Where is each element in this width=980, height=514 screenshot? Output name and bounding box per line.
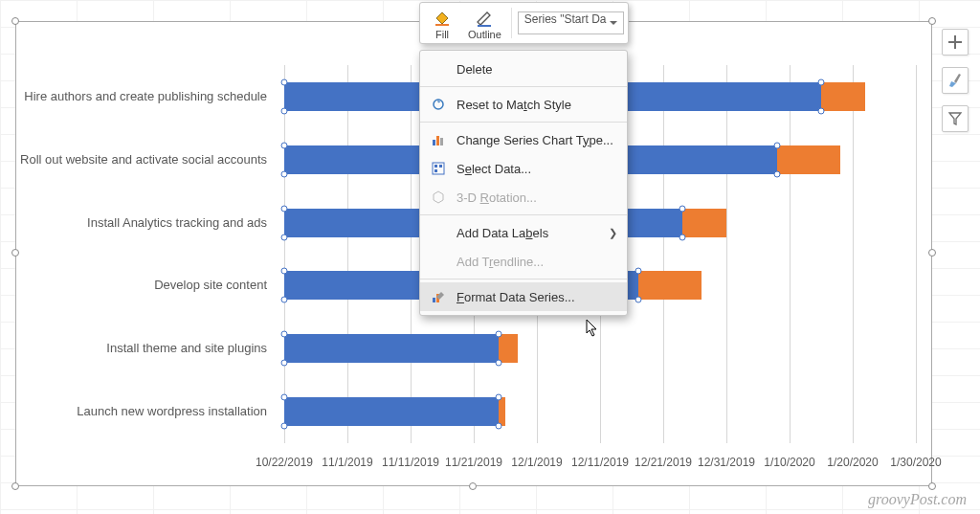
x-tick-label: 1/20/2020 (827, 456, 878, 469)
series-selection-handle[interactable] (773, 142, 780, 148)
series-selection-handle[interactable] (281, 297, 288, 303)
chart-filters-button[interactable] (942, 105, 969, 132)
category-label: Install Analytics tracking and ads (16, 214, 275, 230)
x-tick-label: 12/21/2019 (635, 456, 692, 469)
menu-separator (420, 122, 627, 123)
chart-type-icon (428, 129, 449, 150)
series-selection-handle[interactable] (496, 394, 502, 401)
resize-handle[interactable] (11, 482, 19, 490)
x-tick-label: 12/31/2019 (698, 456, 755, 469)
series-selection-handle[interactable] (496, 423, 502, 430)
series-selection-handle[interactable] (635, 297, 641, 303)
resize-handle[interactable] (928, 482, 936, 490)
bar-row[interactable] (284, 334, 916, 363)
plus-icon (948, 35, 962, 49)
bar-duration[interactable] (499, 334, 518, 363)
bar-duration[interactable] (682, 209, 726, 237)
menu-delete[interactable]: Delete (420, 55, 627, 83)
menu-reset-style[interactable]: Reset to Match Style (420, 90, 627, 119)
series-selection-handle[interactable] (635, 268, 641, 275)
resize-handle[interactable] (928, 249, 936, 257)
series-selection-handle[interactable] (281, 142, 288, 148)
cube-icon (428, 187, 449, 208)
series-selection-handle[interactable] (679, 234, 685, 240)
bar-duration[interactable] (777, 145, 840, 174)
series-selection-handle[interactable] (281, 268, 288, 275)
x-tick-label: 11/21/2019 (445, 456, 502, 469)
category-label: Launch new wordpress installation (16, 404, 275, 419)
x-axis: 10/22/201911/1/201911/11/201911/21/20191… (284, 456, 916, 473)
fill-button[interactable]: Fill (424, 6, 460, 40)
svg-rect-8 (439, 165, 442, 168)
resize-handle[interactable] (469, 482, 477, 490)
series-selection-handle[interactable] (281, 423, 288, 430)
paint-bucket-icon (432, 8, 453, 29)
x-tick-label: 12/11/2019 (571, 456, 629, 469)
pen-outline-icon (474, 8, 495, 29)
x-tick-label: 10/22/2019 (256, 456, 313, 469)
chevron-right-icon: ❯ (609, 227, 617, 239)
chart-styles-button[interactable] (942, 67, 969, 94)
bar-duration[interactable] (638, 271, 702, 300)
series-selection-handle[interactable] (773, 170, 780, 177)
series-selection-handle[interactable] (281, 78, 288, 85)
blank-icon (428, 222, 449, 243)
menu-separator (420, 86, 627, 87)
series-selection-handle[interactable] (281, 234, 288, 240)
outline-label: Outline (468, 29, 501, 40)
series-selection-handle[interactable] (281, 331, 288, 338)
series-selection-handle[interactable] (281, 107, 288, 114)
resize-handle[interactable] (11, 249, 19, 257)
series-selection-handle[interactable] (679, 205, 685, 212)
svg-rect-10 (433, 298, 435, 302)
svg-rect-4 (436, 136, 439, 145)
menu-add-trendline: Add Trendline... (420, 247, 627, 276)
series-selection-handle[interactable] (281, 170, 288, 177)
menu-separator (420, 214, 627, 215)
menu-3d-rotation: 3-D Rotation... (420, 183, 627, 212)
format-series-icon (428, 286, 449, 307)
bar-duration[interactable] (821, 82, 865, 111)
svg-rect-0 (435, 24, 449, 26)
bar-start-date[interactable] (284, 334, 499, 363)
category-label: Develop site content (16, 278, 275, 293)
x-tick-label: 1/30/2020 (890, 456, 941, 469)
bar-start-date[interactable] (284, 397, 499, 426)
funnel-icon (948, 112, 962, 125)
select-data-icon (428, 158, 449, 179)
series-selection-handle[interactable] (496, 331, 502, 338)
svg-rect-9 (434, 169, 437, 172)
context-menu: Delete Reset to Match Style Change Serie… (419, 50, 628, 316)
series-selector-dropdown[interactable]: Series "Start Da (518, 11, 625, 34)
svg-rect-5 (440, 138, 443, 145)
resize-handle[interactable] (11, 17, 19, 25)
toolbar-separator (511, 8, 512, 38)
series-selection-handle[interactable] (496, 360, 502, 367)
x-tick-label: 11/1/2019 (322, 456, 372, 469)
series-selection-handle[interactable] (281, 205, 288, 212)
chart-elements-button[interactable] (942, 29, 969, 56)
svg-rect-3 (433, 140, 435, 145)
category-label: Hire authors and create publishing sched… (16, 89, 275, 104)
blank-icon (428, 58, 449, 79)
menu-add-data-labels[interactable]: Add Data Labels ❯ (420, 218, 627, 247)
bar-row[interactable] (284, 397, 916, 426)
reset-icon (428, 94, 449, 115)
svg-rect-7 (434, 165, 437, 168)
bar-duration[interactable] (499, 397, 505, 426)
mini-toolbar: Fill Outline Series "Start Da (419, 2, 629, 44)
menu-separator (420, 279, 627, 279)
series-selection-handle[interactable] (818, 107, 825, 114)
x-tick-label: 12/1/2019 (511, 456, 562, 469)
menu-select-data[interactable]: Select Data... (420, 154, 627, 183)
outline-button[interactable]: Outline (460, 6, 509, 40)
series-selection-handle[interactable] (281, 360, 288, 367)
svg-rect-1 (478, 25, 491, 27)
series-selection-handle[interactable] (281, 394, 288, 401)
menu-change-chart-type[interactable]: Change Series Chart Type... (420, 125, 627, 154)
resize-handle[interactable] (928, 17, 936, 25)
series-selection-handle[interactable] (818, 78, 825, 85)
fill-label: Fill (435, 29, 449, 40)
menu-format-data-series[interactable]: Format Data Series... (420, 282, 627, 311)
paintbrush-icon (947, 73, 963, 88)
